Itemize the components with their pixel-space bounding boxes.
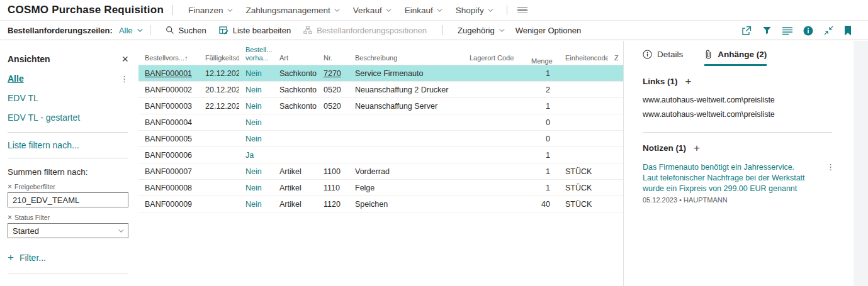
- add-filter-button[interactable]: + Filter...: [8, 252, 128, 263]
- filter-icon[interactable]: [762, 26, 772, 35]
- remove-filter-icon[interactable]: ×: [8, 183, 12, 190]
- cell-bestellvorhanden[interactable]: Nein: [239, 118, 273, 127]
- edit-list-button[interactable]: Liste bearbeiten: [213, 21, 298, 40]
- cell-nr[interactable]: 7270: [317, 69, 349, 78]
- table-row[interactable]: BANF000007 ⋮ Nein Artikel 1100 Vorderrad…: [138, 163, 623, 180]
- nav-menu-item[interactable]: Verkauf: [347, 0, 396, 20]
- column-header-art[interactable]: Art: [273, 54, 317, 65]
- requisition-id-link[interactable]: BANF000004: [145, 118, 192, 127]
- table-row[interactable]: BANF000006 ⋮ Ja 1: [138, 147, 623, 163]
- cell-bestellvorhanden[interactable]: Nein: [239, 135, 273, 143]
- cell-art[interactable]: Sachkonto: [273, 102, 317, 111]
- cell-menge[interactable]: 40: [529, 200, 559, 209]
- bookmark-icon[interactable]: [844, 26, 852, 36]
- tab-details[interactable]: Details: [643, 50, 683, 66]
- note-text[interactable]: Das Firmenauto benötigt ein Jahresservic…: [643, 162, 811, 194]
- cell-bestellvorschlag[interactable]: BANF000001 ⋮: [138, 69, 199, 78]
- cell-faelligkeitsdatum[interactable]: 20.12.2023: [199, 85, 239, 94]
- cell-bestellvorhanden[interactable]: Nein: [239, 102, 273, 111]
- info-icon[interactable]: [803, 26, 813, 36]
- attachment-link[interactable]: www.autohaus-weltweit.com\preisliste: [643, 110, 775, 119]
- cell-bestellvorhanden[interactable]: Nein: [239, 69, 273, 78]
- cell-bestellvorschlag[interactable]: BANF000007 ⋮: [138, 167, 199, 176]
- cell-einheitencode[interactable]: STÜCK: [559, 200, 608, 209]
- cell-bestellvorschlag[interactable]: BANF000009 ⋮: [138, 200, 199, 209]
- requisition-id-link[interactable]: BANF000002: [145, 85, 192, 94]
- requisition-id-link[interactable]: BANF000003: [145, 102, 192, 111]
- column-header-menge[interactable]: Menge: [529, 57, 559, 65]
- status-filter-select[interactable]: Started: [8, 223, 128, 238]
- add-note-icon[interactable]: +: [694, 143, 700, 153]
- note-context-menu-icon[interactable]: ⋮: [824, 162, 837, 172]
- cell-beschreibung[interactable]: Speichen: [349, 200, 463, 209]
- cell-bestellvorhanden[interactable]: Nein: [239, 167, 273, 176]
- requisition-id-link[interactable]: BANF000009: [145, 200, 192, 209]
- cell-nr[interactable]: 1120: [317, 200, 349, 209]
- table-row[interactable]: BANF000008 ⋮ Nein Artikel 1110 Felge 1 S…: [138, 180, 623, 196]
- attachment-link[interactable]: www.autohaus-weltweit.com\preisliste: [643, 96, 775, 104]
- cell-menge[interactable]: 1: [529, 167, 559, 176]
- related-button[interactable]: Zugehörig: [451, 21, 509, 40]
- cell-bestellvorhanden[interactable]: Ja: [239, 151, 273, 160]
- cell-menge[interactable]: 1: [529, 184, 559, 192]
- cell-bestellvorschlag[interactable]: BANF000002 ⋮: [138, 85, 199, 94]
- nav-menu-item[interactable]: Zahlungsmanagement: [240, 0, 344, 20]
- cell-bestellvorschlag[interactable]: BANF000004 ⋮: [138, 118, 199, 127]
- tab-attachments[interactable]: Anhänge (2): [704, 50, 767, 66]
- cell-bestellvorschlag[interactable]: BANF000005 ⋮: [138, 135, 199, 143]
- positions-button[interactable]: Bestellanforderungspositionen: [297, 21, 433, 40]
- add-link-icon[interactable]: +: [685, 76, 692, 87]
- table-row[interactable]: BANF000002 ⋮ 20.12.2023 Nein Sachkonto 0…: [138, 82, 623, 98]
- cell-art[interactable]: Artikel: [273, 200, 317, 209]
- table-row[interactable]: BANF000005 ⋮ Nein 0: [138, 131, 623, 147]
- cell-bestellvorschlag[interactable]: BANF000008 ⋮: [138, 184, 199, 192]
- cell-nr[interactable]: 1110: [317, 184, 349, 192]
- menu-icon[interactable]: [517, 7, 527, 14]
- cell-bestellvorhanden[interactable]: Nein: [239, 200, 273, 209]
- column-header-truncated[interactable]: Z: [608, 54, 623, 65]
- list-icon[interactable]: [782, 26, 792, 35]
- requisition-id-link[interactable]: BANF000006: [145, 151, 192, 160]
- share-icon[interactable]: [741, 26, 752, 36]
- column-header-nr[interactable]: Nr.: [317, 54, 349, 65]
- cell-menge[interactable]: 1: [529, 69, 559, 78]
- fewer-options-button[interactable]: Weniger Optionen: [509, 21, 588, 40]
- filter-list-link[interactable]: Liste filtern nach...: [8, 140, 128, 150]
- view-context-menu-icon[interactable]: ⋮: [120, 74, 128, 84]
- column-header-faelligkeitsdatum[interactable]: Fälligkeitsd...: [199, 54, 239, 65]
- cell-bestellvorhanden[interactable]: Nein: [239, 85, 273, 94]
- cell-beschreibung[interactable]: Vorderrad: [349, 167, 463, 176]
- cell-menge[interactable]: 0: [529, 135, 559, 143]
- close-icon[interactable]: ×: [121, 53, 128, 65]
- nav-menu-item[interactable]: Einkauf: [398, 0, 447, 20]
- nav-menu-item[interactable]: Finanzen: [182, 0, 237, 20]
- column-header-einheitencode[interactable]: Einheitencode: [559, 54, 608, 65]
- cell-beschreibung[interactable]: Neuanschaffung 2 Drucker: [349, 85, 463, 94]
- column-header-bestellvorschlag[interactable]: Bestellvors... ↑: [138, 53, 199, 65]
- sidebar-view-item[interactable]: EDV TL - gestartet ⋮: [8, 113, 128, 123]
- search-button[interactable]: Suchen: [159, 21, 213, 40]
- remove-filter-icon[interactable]: ×: [8, 214, 12, 221]
- cell-einheitencode[interactable]: STÜCK: [559, 167, 608, 176]
- cell-menge[interactable]: 1: [529, 151, 559, 160]
- cell-menge[interactable]: 2: [529, 85, 559, 94]
- column-header-beschreibung[interactable]: Beschreibung: [349, 54, 463, 65]
- nav-menu-item[interactable]: Shopify: [449, 0, 498, 20]
- table-row[interactable]: BANF000009 ⋮ Nein Artikel 1120 Speichen …: [138, 196, 623, 212]
- table-row[interactable]: BANF000004 ⋮ Nein 0: [138, 114, 623, 131]
- sidebar-view-item[interactable]: Alle ⋮: [8, 74, 128, 84]
- cell-nr[interactable]: 1100: [317, 167, 349, 176]
- cell-bestellvorschlag[interactable]: BANF000003 ⋮: [138, 102, 199, 111]
- cell-nr[interactable]: 0520: [317, 85, 349, 94]
- column-header-bestellvorhanden[interactable]: Bestell... vorha...: [239, 46, 273, 65]
- requisition-id-link[interactable]: BANF000005: [145, 135, 192, 143]
- approver-filter-input[interactable]: [8, 192, 128, 207]
- sidebar-view-item[interactable]: EDV TL ⋮: [8, 93, 128, 103]
- cell-beschreibung[interactable]: Service Firmenauto: [349, 69, 463, 78]
- column-header-lagerort-code[interactable]: Lagerort Code: [463, 54, 529, 65]
- requisition-id-link[interactable]: BANF000008: [145, 184, 192, 192]
- table-row[interactable]: BANF000003 ⋮ 22.12.2023 Nein Sachkonto 0…: [138, 98, 623, 114]
- cell-nr[interactable]: 0520: [317, 102, 349, 111]
- cell-beschreibung[interactable]: Felge: [349, 184, 463, 192]
- requisition-id-link[interactable]: BANF000001: [145, 69, 192, 78]
